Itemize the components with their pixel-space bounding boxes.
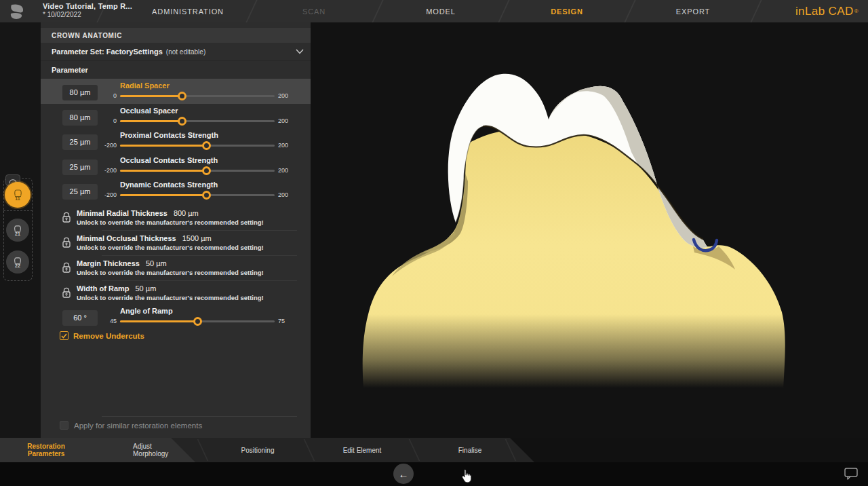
app-brand: inLab CAD® bbox=[795, 0, 859, 22]
param-slider[interactable] bbox=[120, 120, 275, 122]
menu-model[interactable]: MODEL bbox=[426, 0, 456, 22]
apply-similar-label: Apply for similar restoration elements bbox=[74, 422, 202, 430]
locked-param-value: 50 µm bbox=[146, 259, 167, 267]
parameter-section-label: Parameter bbox=[41, 61, 311, 79]
locked-param-note: Unlock to override the manufacturer's re… bbox=[77, 294, 264, 301]
checkbox-unchecked-icon[interactable] bbox=[60, 421, 68, 430]
slider-min-label: 0 bbox=[87, 92, 117, 99]
bottom-strip: ← bbox=[0, 462, 868, 486]
locked-param-title: Width of Ramp bbox=[77, 284, 130, 293]
step-restoration-parameters[interactable]: Restoration Parameters bbox=[22, 438, 71, 462]
panel-title: CROWN ANATOMIC bbox=[41, 28, 311, 43]
menu-export[interactable]: EXPORT bbox=[676, 0, 710, 22]
param-slider[interactable] bbox=[120, 194, 275, 196]
locked-param-margin-thickness[interactable]: Margin Thickness50 µm Unlock to override… bbox=[41, 256, 311, 281]
slider-thumb[interactable] bbox=[193, 317, 202, 326]
param-row-occlusal-spacer[interactable]: 80 µm Occlusal Spacer 0 200 bbox=[41, 104, 311, 129]
slider-fill bbox=[120, 120, 182, 122]
locked-param-note: Unlock to override the manufacturer's re… bbox=[77, 244, 264, 251]
locked-param-note: Unlock to override the manufacturer's re… bbox=[77, 269, 264, 276]
cursor-icon bbox=[460, 469, 472, 484]
topbar-separator bbox=[245, 0, 257, 22]
parameter-set-note: (not editable) bbox=[166, 48, 205, 56]
locked-param-minimal-occlusal[interactable]: Minimal Occlusal Thickness1500 µm Unlock… bbox=[41, 231, 311, 256]
topbar-separator bbox=[750, 0, 762, 22]
slider-fill bbox=[120, 170, 207, 172]
case-date: * 10/02/2022 bbox=[43, 11, 132, 18]
topbar-separator bbox=[498, 0, 509, 22]
slider-thumb[interactable] bbox=[178, 92, 186, 100]
slider-max-label: 200 bbox=[278, 142, 288, 149]
locked-param-title: Minimal Radial Thickness bbox=[77, 209, 167, 217]
slider-thumb[interactable] bbox=[202, 191, 211, 200]
slider-min-label: 45 bbox=[87, 318, 117, 324]
case-info[interactable]: Video Tutorial, Temp R... * 10/02/2022 bbox=[43, 2, 132, 18]
top-bar: Video Tutorial, Temp R... * 10/02/2022 A… bbox=[0, 0, 868, 22]
slider-min-label: 0 bbox=[87, 117, 117, 124]
menu-scan: SCAN bbox=[302, 0, 326, 22]
param-slider[interactable] bbox=[120, 320, 275, 322]
param-label: Proximal Contacts Strength bbox=[120, 131, 218, 139]
param-label: Dynamic Contacts Strength bbox=[120, 181, 218, 189]
workflow-bar: Restoration Parameters Adjust Morphology… bbox=[0, 438, 868, 462]
tooth-item-22[interactable]: 22 bbox=[6, 250, 29, 274]
tooth-item-21[interactable]: 21 bbox=[6, 219, 29, 242]
slider-max-label: 200 bbox=[278, 191, 288, 198]
param-slider[interactable] bbox=[120, 170, 275, 172]
param-row-dynamic-contacts[interactable]: 25 µm Dynamic Contacts Strength -200 200 bbox=[41, 178, 311, 203]
parameter-set-label: Parameter Set: FactorySettings bbox=[52, 48, 163, 56]
chevron-down-icon[interactable] bbox=[296, 49, 304, 54]
step-edit-element[interactable]: Edit Element bbox=[328, 438, 396, 462]
apply-similar-checkbox-row[interactable]: Apply for similar restoration elements bbox=[60, 421, 202, 430]
param-row-occlusal-contacts[interactable]: 25 µm Occlusal Contacts Strength -200 20… bbox=[41, 153, 311, 179]
param-row-angle-of-ramp[interactable]: 60 ° Angle of Ramp 45 75 bbox=[41, 304, 311, 329]
step-finalise[interactable]: Finalise bbox=[436, 438, 504, 462]
tooth-number: 22 bbox=[15, 263, 20, 268]
step-adjust-morphology[interactable]: Adjust Morphology bbox=[133, 438, 180, 462]
param-row-proximal-contacts[interactable]: 25 µm Proximal Contacts Strength -200 20… bbox=[41, 128, 311, 153]
param-slider[interactable] bbox=[120, 95, 275, 97]
remove-undercuts-checkbox-row[interactable]: Remove Undercuts bbox=[60, 331, 144, 340]
chat-icon[interactable] bbox=[843, 467, 859, 481]
tooth-group-divider bbox=[3, 210, 33, 211]
slider-max-label: 200 bbox=[278, 167, 288, 174]
locked-param-value: 1500 µm bbox=[182, 234, 212, 242]
param-label: Occlusal Contacts Strength bbox=[120, 156, 218, 164]
brand-name: inLab CAD bbox=[795, 5, 854, 18]
back-arrow-button[interactable]: ← bbox=[393, 464, 414, 484]
sirona-logo-icon bbox=[8, 3, 26, 20]
menu-design[interactable]: DESIGN bbox=[551, 0, 583, 22]
locked-param-minimal-radial[interactable]: Minimal Radial Thickness800 µm Unlock to… bbox=[41, 206, 311, 231]
slider-min-label: -200 bbox=[87, 191, 117, 198]
model-viewport[interactable] bbox=[311, 22, 868, 438]
slider-fill bbox=[120, 320, 197, 322]
slider-thumb[interactable] bbox=[202, 166, 211, 175]
locked-param-title: Minimal Occlusal Thickness bbox=[77, 234, 176, 242]
slider-min-label: -200 bbox=[87, 142, 117, 149]
param-row-radial-spacer[interactable]: 80 µm Radial Spacer 0 200 bbox=[41, 79, 311, 104]
menu-administration[interactable]: ADMINISTRATION bbox=[152, 0, 224, 22]
brand-reg: ® bbox=[854, 8, 859, 14]
locked-param-value: 50 µm bbox=[136, 284, 157, 293]
step-positioning[interactable]: Positioning bbox=[224, 438, 292, 462]
slider-thumb[interactable] bbox=[178, 117, 186, 126]
locked-param-title: Margin Thickness bbox=[77, 259, 140, 267]
slider-thumb[interactable] bbox=[202, 141, 211, 150]
slider-fill bbox=[120, 95, 182, 97]
remove-undercuts-label: Remove Undercuts bbox=[73, 332, 144, 340]
case-title: Video Tutorial, Temp R... bbox=[43, 2, 132, 10]
slider-fill bbox=[120, 145, 207, 147]
locked-param-width-of-ramp[interactable]: Width of Ramp50 µm Unlock to override th… bbox=[41, 281, 311, 306]
parameter-set-selector[interactable]: Parameter Set: FactorySettings (not edit… bbox=[41, 43, 311, 61]
tooth-number: 11 bbox=[15, 196, 20, 201]
topbar-separator bbox=[624, 0, 635, 22]
param-slider[interactable] bbox=[120, 145, 275, 147]
tooth-item-11[interactable]: 11 bbox=[5, 182, 31, 208]
slider-max-label: 200 bbox=[278, 92, 288, 99]
slider-fill bbox=[120, 194, 207, 196]
divider bbox=[102, 416, 297, 417]
parameter-panel: CROWN ANATOMIC Parameter Set: FactorySet… bbox=[41, 22, 311, 438]
lock-icon bbox=[62, 211, 71, 226]
tooth-model bbox=[353, 64, 800, 390]
checkbox-checked-icon[interactable] bbox=[60, 331, 68, 340]
